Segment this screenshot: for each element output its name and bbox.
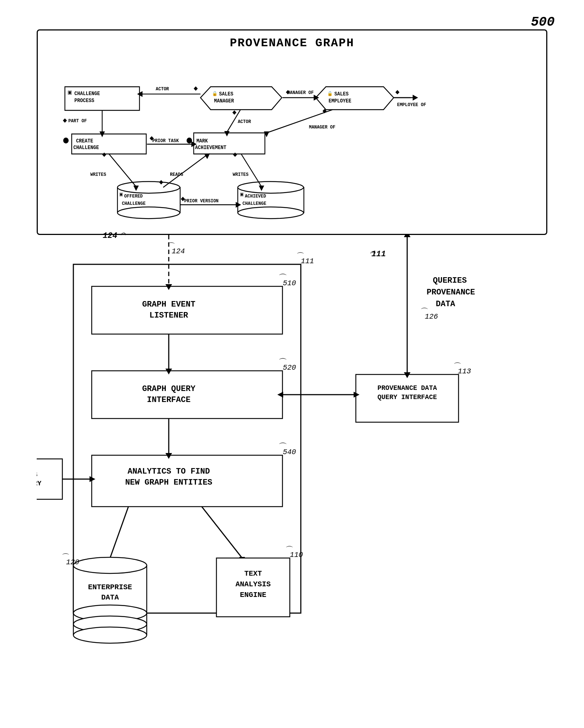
svg-marker-143: [404, 235, 410, 237]
svg-marker-50: [264, 131, 269, 137]
svg-text:ENTERPRISE: ENTERPRISE: [88, 583, 132, 591]
svg-marker-34: [99, 131, 105, 137]
svg-text:RULES: RULES: [37, 471, 37, 478]
svg-text:SALES: SALES: [219, 91, 233, 97]
svg-text:⌒: ⌒: [62, 553, 70, 562]
svg-text:QUERIES: QUERIES: [433, 276, 467, 285]
svg-marker-58: [191, 141, 197, 147]
svg-point-17: [187, 138, 192, 144]
svg-marker-74: [236, 202, 241, 208]
svg-rect-78: [92, 286, 282, 334]
svg-rect-0: [65, 87, 139, 110]
svg-text:⌒: ⌒: [278, 442, 287, 452]
svg-text:ACHIEVEMENT: ACHIEVEMENT: [195, 145, 226, 151]
provenance-graph-svg: ▣ CHALLENGE PROCESS 🔒 SALES MANAGER 🔒 SA…: [38, 30, 546, 234]
svg-rect-83: [92, 371, 282, 419]
svg-text:⌒: ⌒: [278, 274, 287, 283]
svg-text:OFFERED: OFFERED: [124, 194, 143, 199]
provenance-graph-box: PROVENANCE GRAPH ▣ CHALLENGE PROCESS 🔒 S…: [37, 29, 547, 235]
svg-marker-54: [413, 95, 418, 101]
svg-text:DATA: DATA: [101, 593, 119, 602]
svg-marker-8: [316, 87, 394, 109]
svg-text:▣: ▣: [240, 192, 244, 197]
svg-text:WRITES: WRITES: [233, 172, 249, 177]
svg-rect-21: [117, 187, 180, 213]
svg-text:⌒: ⌒: [285, 546, 293, 555]
svg-text:NEW GRAPH ENTITIES: NEW GRAPH ENTITIES: [125, 478, 212, 487]
svg-point-111: [73, 627, 147, 643]
svg-text:MANAGER: MANAGER: [214, 98, 234, 104]
svg-text:⌒: ⌒: [296, 252, 304, 261]
svg-marker-4: [201, 87, 282, 109]
svg-marker-62: [134, 185, 139, 191]
svg-text:GRAPH QUERY: GRAPH QUERY: [142, 384, 196, 394]
svg-text:CHALLENGE: CHALLENGE: [73, 145, 99, 151]
svg-marker-47: [232, 111, 236, 115]
svg-text:INTERFACE: INTERFACE: [147, 395, 191, 405]
svg-text:WRITES: WRITES: [90, 172, 106, 177]
svg-text:ACTOR: ACTOR: [238, 119, 251, 124]
svg-text:CHALLENGE: CHALLENGE: [122, 201, 146, 206]
svg-point-28: [238, 182, 303, 193]
svg-text:TEXT: TEXT: [244, 569, 262, 578]
svg-text:ACTOR: ACTOR: [156, 87, 169, 92]
svg-marker-43: [286, 90, 290, 94]
svg-marker-66: [205, 153, 210, 159]
svg-marker-55: [395, 90, 399, 94]
svg-point-23: [117, 207, 180, 219]
svg-text:ANALYSIS: ANALYSIS: [236, 580, 271, 588]
svg-marker-35: [63, 118, 67, 123]
svg-text:GRAPH EVENT: GRAPH EVENT: [142, 300, 195, 309]
svg-text:LIBRARY: LIBRARY: [37, 480, 41, 487]
svg-text:▣: ▣: [67, 90, 72, 96]
svg-text:⌒: ⌒: [278, 358, 287, 368]
svg-text:MANAGER OF: MANAGER OF: [287, 90, 314, 95]
svg-text:SALES: SALES: [334, 91, 348, 97]
svg-point-106: [73, 557, 147, 573]
svg-marker-39: [194, 86, 198, 91]
svg-marker-51: [322, 109, 326, 113]
svg-rect-14: [72, 134, 146, 154]
svg-text:MARK: MARK: [196, 138, 208, 144]
svg-text:CREATE: CREATE: [76, 138, 93, 144]
svg-text:ENGINE: ENGINE: [240, 591, 266, 599]
svg-text:⌒: ⌒: [167, 242, 175, 251]
svg-marker-75: [181, 197, 185, 201]
svg-text:EMPLOYEE: EMPLOYEE: [329, 98, 351, 104]
svg-text:PROVENANCE: PROVENANCE: [427, 288, 475, 297]
svg-text:▣: ▣: [119, 192, 123, 197]
svg-rect-27: [238, 187, 304, 213]
svg-point-13: [63, 138, 69, 144]
svg-text:READS: READS: [170, 172, 183, 177]
svg-text:LISTENER: LISTENER: [149, 311, 188, 320]
svg-text:PROVENANCE DATA: PROVENANCE DATA: [377, 384, 437, 392]
svg-text:PART OF: PART OF: [68, 119, 87, 124]
svg-point-22: [117, 182, 180, 193]
svg-text:🔒: 🔒: [327, 91, 333, 97]
svg-point-29: [238, 207, 303, 219]
svg-marker-42: [314, 95, 319, 101]
svg-text:PROCESS: PROCESS: [74, 98, 94, 104]
svg-text:🔒: 🔒: [212, 91, 218, 97]
svg-marker-46: [224, 131, 230, 137]
svg-marker-70: [259, 185, 264, 191]
provenance-graph-title: PROVENANCE GRAPH: [38, 30, 546, 53]
svg-text:ACHIEVED: ACHIEVED: [245, 194, 266, 199]
svg-line-61: [109, 154, 136, 186]
svg-text:DATA: DATA: [436, 300, 456, 309]
svg-text:QUERY INTERFACE: QUERY INTERFACE: [377, 394, 437, 401]
svg-text:EMPLOYEE OF: EMPLOYEE OF: [397, 102, 426, 107]
svg-marker-59: [150, 136, 154, 141]
svg-text:PRIOR TASK: PRIOR TASK: [152, 138, 179, 143]
svg-text:⌒: ⌒: [420, 308, 428, 317]
svg-rect-18: [194, 133, 265, 154]
svg-line-49: [267, 110, 333, 133]
svg-line-65: [163, 155, 207, 187]
svg-rect-124: [37, 459, 62, 499]
svg-text:CHALLENGE: CHALLENGE: [74, 91, 100, 97]
svg-marker-71: [233, 152, 237, 157]
flow-diagram-svg: GRAPH EVENT LISTENER 510 ⌒ GRAPH QUERY I…: [37, 235, 584, 728]
figure-number: 500: [531, 15, 555, 30]
main-container: 500 PROVENANCE GRAPH ▣ CHALLENGE PROCESS…: [22, 15, 562, 713]
svg-marker-67: [159, 180, 163, 185]
